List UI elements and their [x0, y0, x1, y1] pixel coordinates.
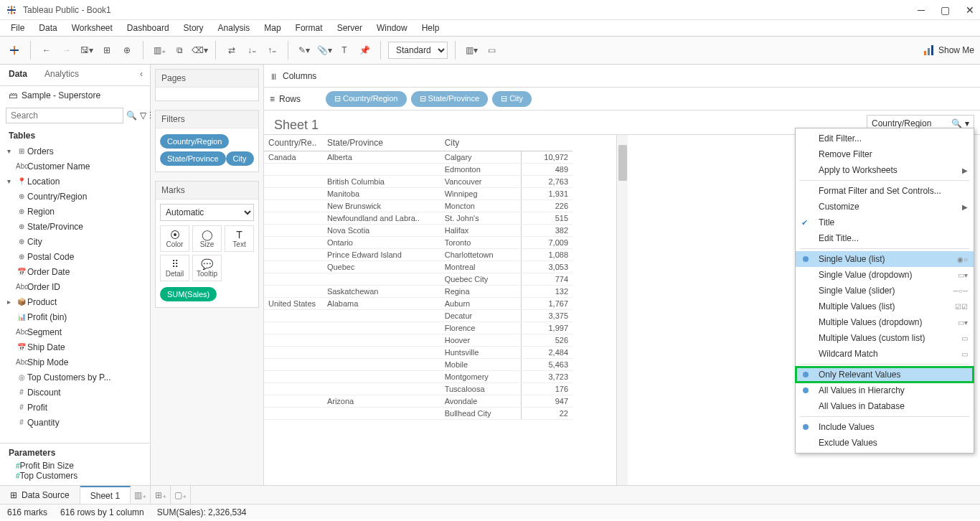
vertical-scrollbar[interactable]	[616, 135, 628, 485]
pin-icon[interactable]: 📌	[356, 42, 373, 59]
menu-item-title[interactable]: ✔Title	[796, 215, 974, 230]
field-region[interactable]: ⊕Region	[4, 204, 146, 219]
menu-item-single-value-dropdown-[interactable]: Single Value (dropdown)▭▾	[796, 267, 974, 283]
window-maximize[interactable]: ▢	[941, 4, 950, 16]
datasource-row[interactable]: 🗃 Sample - Superstore	[0, 86, 150, 105]
collapse-panel-icon[interactable]: ‹	[133, 65, 150, 85]
menu-help[interactable]: Help	[415, 22, 446, 34]
field-segment[interactable]: AbcSegment	[4, 324, 146, 339]
menu-item-include-values[interactable]: Include Values	[796, 419, 974, 435]
row-pill[interactable]: ⊟ State/Province	[411, 91, 489, 107]
tab-analytics[interactable]: Analytics	[36, 65, 88, 85]
filter-menu-icon[interactable]: ▾	[965, 118, 969, 128]
marks-text[interactable]: TText	[225, 225, 254, 252]
field-location[interactable]: ▾📍Location	[4, 174, 146, 189]
field-orders[interactable]: ▾⊞Orders	[4, 144, 146, 159]
sort-asc-icon[interactable]: ↓₌	[243, 42, 260, 59]
new-worksheet-tab-icon[interactable]: ▥₊	[131, 486, 151, 504]
col-header[interactable]: Country/Re..	[264, 135, 323, 151]
menu-item-edit-filter-[interactable]: Edit Filter...	[796, 131, 974, 146]
window-minimize[interactable]: ─	[918, 4, 925, 16]
menu-item-multiple-values-dropdown-[interactable]: Multiple Values (dropdown)▭▾	[796, 314, 974, 330]
field-ship-mode[interactable]: AbcShip Mode	[4, 355, 146, 370]
field-country-region[interactable]: ⊕Country/Region	[4, 189, 146, 204]
field-postal-code[interactable]: ⊕Postal Code	[4, 249, 146, 264]
menu-item-only-relevant-values[interactable]: Only Relevant Values	[796, 367, 974, 382]
menu-map[interactable]: Map	[258, 22, 287, 34]
sort-desc-icon[interactable]: ↑₌	[263, 42, 281, 59]
filter-pill[interactable]: City	[226, 151, 254, 166]
field-ship-date[interactable]: 📅Ship Date	[4, 339, 146, 355]
field-profit[interactable]: #Profit	[4, 400, 146, 415]
label-icon[interactable]: T	[336, 42, 353, 59]
clear-icon[interactable]: ⌫▾	[191, 42, 208, 59]
field-state-province[interactable]: ⊕State/Province	[4, 219, 146, 234]
pill-sum-sales[interactable]: SUM(Sales)	[160, 287, 217, 301]
row-pill[interactable]: ⊟ City	[492, 91, 532, 107]
show-cards-icon[interactable]: ▥▾	[463, 42, 480, 59]
highlight-icon[interactable]: ✎▾	[296, 42, 313, 59]
menu-item-remove-filter[interactable]: Remove Filter	[796, 146, 974, 162]
field-city[interactable]: ⊕City	[4, 234, 146, 249]
menu-worksheet[interactable]: Worksheet	[65, 22, 119, 34]
filter-pill[interactable]: State/Province	[160, 151, 226, 166]
rows-shelf[interactable]: ≡Rows ⊟ Country/Region⊟ State/Province⊟ …	[264, 88, 980, 111]
menu-data[interactable]: Data	[32, 22, 63, 34]
new-data-icon[interactable]: ⊞	[98, 42, 116, 59]
field-quantity[interactable]: #Quantity	[4, 415, 146, 430]
new-story-tab-icon[interactable]: ▢₊	[171, 486, 191, 504]
col-header[interactable]	[521, 135, 573, 151]
menu-window[interactable]: Window	[370, 22, 414, 34]
sheet-tab[interactable]: Sheet 1	[80, 486, 131, 504]
menu-item-all-values-in-hierarchy[interactable]: All Values in Hierarchy	[796, 382, 974, 398]
filter-pill[interactable]: Country/Region	[160, 134, 229, 149]
menu-analysis[interactable]: Analysis	[212, 22, 257, 34]
menu-format[interactable]: Format	[289, 22, 329, 34]
menu-server[interactable]: Server	[331, 22, 369, 34]
new-dashboard-tab-icon[interactable]: ⊞₊	[151, 486, 171, 504]
menu-dashboard[interactable]: Dashboard	[121, 22, 176, 34]
tableau-icon[interactable]	[6, 42, 23, 59]
col-header[interactable]: City	[440, 135, 522, 151]
filter-icon[interactable]: ▽	[140, 111, 146, 121]
presentation-icon[interactable]: ▭	[483, 42, 500, 59]
datasource-tab[interactable]: ⊞Data Source	[0, 486, 80, 504]
marks-detail[interactable]: ⠿Detail	[160, 255, 189, 281]
marks-type-select[interactable]: Automatic	[160, 204, 254, 221]
window-close[interactable]: ✕	[966, 4, 974, 16]
swap-icon[interactable]: ⇄	[223, 42, 240, 59]
menu-file[interactable]: File	[4, 22, 31, 34]
menu-item-edit-title-[interactable]: Edit Title...	[796, 230, 974, 246]
menu-item-apply-to-worksheets[interactable]: Apply to Worksheets▶	[796, 162, 974, 178]
new-worksheet-icon[interactable]: ▥₊	[151, 42, 168, 59]
field-order-id[interactable]: AbcOrder ID	[4, 279, 146, 294]
field-customer-name[interactable]: AbcCustomer Name	[4, 159, 146, 174]
field-top-customers-by-p-[interactable]: ◎Top Customers by P...	[4, 370, 146, 385]
menu-item-single-value-slider-[interactable]: Single Value (slider)─○─	[796, 283, 974, 299]
columns-shelf[interactable]: ⫼Columns	[264, 65, 980, 88]
menu-item-wildcard-match[interactable]: Wildcard Match▭	[796, 346, 974, 362]
menu-item-customize[interactable]: Customize▶	[796, 199, 974, 215]
save-icon[interactable]: 🖫▾	[78, 42, 95, 59]
marks-size[interactable]: ◯Size	[192, 225, 222, 252]
search-icon[interactable]: 🔍	[126, 111, 137, 121]
field-order-date[interactable]: 📅Order Date	[4, 264, 146, 279]
fit-select[interactable]: Standard	[388, 42, 448, 59]
search-input[interactable]	[6, 108, 123, 123]
menu-item-format-filter-and-set-controls-[interactable]: Format Filter and Set Controls...	[796, 183, 974, 199]
back-icon[interactable]: ←	[38, 42, 55, 59]
field-discount[interactable]: #Discount	[4, 385, 146, 400]
forward-icon[interactable]: →	[58, 42, 75, 59]
menu-item-single-value-list-[interactable]: Single Value (list)◉○	[796, 251, 974, 267]
filter-search-icon[interactable]: 🔍	[951, 118, 962, 128]
menu-item-multiple-values-custom-list-[interactable]: Multiple Values (custom list)▭	[796, 330, 974, 346]
menu-story[interactable]: Story	[177, 22, 210, 34]
field-product[interactable]: ▸📦Product	[4, 294, 146, 309]
marks-tooltip[interactable]: 💬Tooltip	[192, 255, 222, 281]
col-header[interactable]: State/Province	[323, 135, 440, 151]
menu-item-multiple-values-list-[interactable]: Multiple Values (list)☑☑	[796, 299, 974, 314]
param-profit-bin-size[interactable]: #Profit Bin Size	[4, 461, 146, 471]
tab-data[interactable]: Data	[0, 65, 36, 85]
menu-item-exclude-values[interactable]: Exclude Values	[796, 435, 974, 451]
field-profit-bin-[interactable]: 📊Profit (bin)	[4, 309, 146, 324]
